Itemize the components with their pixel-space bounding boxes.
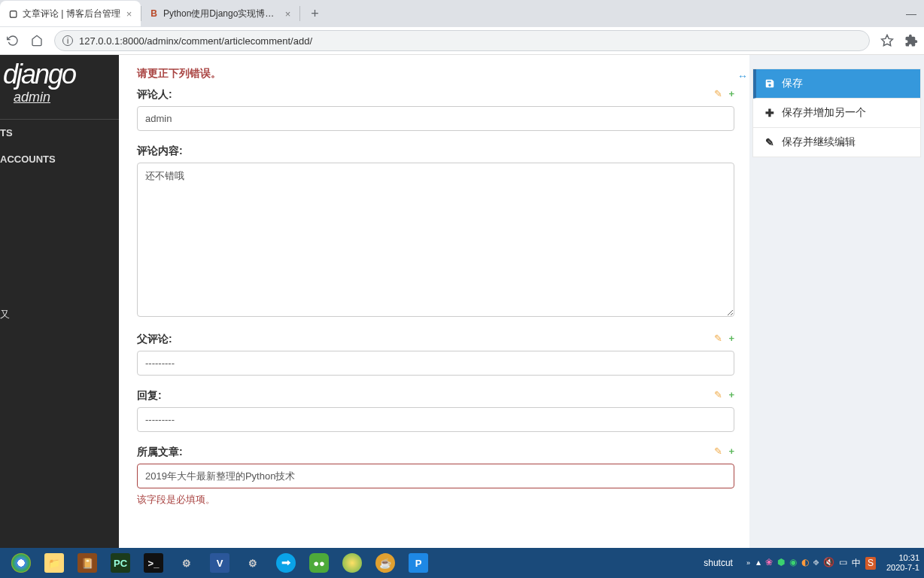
sidebar-item-ts[interactable]: TS [0,120,119,146]
tab-active[interactable]: ▢ 文章评论 | 博客后台管理 × [0,1,141,26]
field-article: 所属文章: ✎ + 该字段是必填项。 [137,446,734,507]
minimize-icon[interactable]: — [906,8,916,20]
extensions-icon[interactable] [904,34,918,47]
plus-icon[interactable]: + [728,446,734,457]
plus-icon[interactable]: + [728,389,734,400]
clock-date: 2020-7-1 [886,563,919,573]
new-tab-button[interactable]: + [305,4,324,23]
logo-subtitle: admin [0,90,119,120]
reply-select[interactable] [137,407,734,432]
field-actions: ✎ + [714,333,734,344]
clock[interactable]: 10:31 2020-7-1 [882,553,919,573]
task-chrome[interactable] [5,548,38,578]
task-app1[interactable]: ⮕ [269,548,302,578]
error-banner: 请更正下列错误。 [137,67,734,81]
field-commenter: 评论人: ✎ + [137,88,734,131]
favorite-icon[interactable] [880,34,894,47]
field-label: 评论内容: [137,144,734,158]
tray-icons[interactable]: ▴ ❀ ⬢ ◉ ◐ ⎆ 🔇 ▭ 中 S [756,557,876,570]
field-reply: 回复: ✎ + [137,389,734,432]
system-tray: shutcut » ▴ ❀ ⬢ ◉ ◐ ⎆ 🔇 ▭ 中 S 10:31 2020… [704,553,919,573]
pencil-icon[interactable]: ✎ [714,88,722,99]
tray-icon[interactable]: ⬢ [777,557,785,570]
task-wechat[interactable]: ●● [302,548,336,578]
tray-icon[interactable]: ❀ [765,557,773,570]
wifi-icon[interactable]: ⎆ [813,557,819,570]
field-content: 评论内容: 还不错哦 [137,144,734,319]
clock-time: 10:31 [886,553,919,563]
omnibox[interactable]: i 127.0.0.1:8000/adminx/comment/articlec… [54,30,870,51]
task-gear1[interactable]: ⚙ [170,548,203,578]
expand-icon[interactable]: ↔ [737,70,748,82]
field-label: 评论人: [137,88,734,102]
action-list: 保存 ✚ 保存并增加另一个 ✎ 保存并继续编辑 [752,68,921,157]
field-actions: ✎ + [714,88,734,99]
field-parent: 父评论: ✎ + [137,333,734,376]
actions-panel: ↔ 保存 ✚ 保存并增加另一个 ✎ 保存并继续编辑 [749,55,924,549]
close-icon[interactable]: × [284,8,293,20]
tray-icon[interactable]: ◐ [801,557,809,570]
task-browser2[interactable] [336,548,369,578]
field-label: 所属文章: [137,446,734,459]
save-continue-button[interactable]: ✎ 保存并继续编辑 [753,128,920,157]
action-label: 保存并继续编辑 [782,135,856,149]
tray-icon[interactable]: ◉ [789,557,797,570]
field-error: 该字段是必填项。 [137,493,734,507]
task-gear2[interactable]: ⚙ [236,548,269,578]
pencil-icon[interactable]: ✎ [714,389,722,400]
address-bar: i 127.0.0.1:8000/adminx/comment/articlec… [0,27,924,54]
content-textarea[interactable]: 还不错哦 [137,163,734,317]
task-notes[interactable]: 📔 [71,548,104,578]
tab-title: 文章评论 | 博客后台管理 [23,8,120,20]
plus-icon[interactable]: + [728,88,734,99]
tab-title: Python使用Django实现博客系统 [163,8,279,20]
browser-chrome: ▢ 文章评论 | 博客后台管理 × B Python使用Django实现博客系统… [0,0,924,55]
plus-icon[interactable]: + [728,333,734,344]
save-icon [764,78,776,90]
battery-icon[interactable]: ▭ [839,557,847,570]
pencil-icon[interactable]: ✎ [714,333,722,344]
ime-s-icon[interactable]: S [865,557,876,570]
tab-inactive[interactable]: B Python使用Django实现博客系统 × [141,1,299,26]
favicon: ▢ [8,8,18,19]
plus-icon: ✚ [764,107,776,119]
svg-marker-0 [882,35,893,46]
task-pycharm[interactable]: PC [104,548,137,578]
action-label: 保存 [782,77,803,90]
form-panel: 请更正下列错误。 评论人: ✎ + 评论内容: 还不错哦 父评论: ✎ + 回复… [119,55,749,549]
tab-separator [299,6,300,21]
info-icon[interactable]: i [62,35,73,46]
page: django admin TS ACCOUNTS 又 请更正下列错误。 评论人:… [0,55,924,549]
parent-select[interactable] [137,351,734,376]
taskbar: 📁 📔 PC >_ ⚙ V ⚙ ⮕ ●● ☕ P shutcut » ▴ ❀ ⬢… [0,548,924,578]
task-player[interactable]: P [402,548,435,578]
article-select[interactable] [137,464,734,488]
tray-shutcut[interactable]: shutcut [704,558,733,568]
tab-bar: ▢ 文章评论 | 博客后台管理 × B Python使用Django实现博客系统… [0,0,924,27]
save-add-button[interactable]: ✚ 保存并增加另一个 [753,99,920,128]
volume-icon[interactable]: 🔇 [823,557,834,570]
task-explorer[interactable]: 📁 [38,548,71,578]
sidebar: django admin TS ACCOUNTS 又 [0,55,119,549]
pencil-icon[interactable]: ✎ [714,446,722,457]
tray-icon[interactable]: ▴ [756,557,761,570]
commenter-input[interactable] [137,106,734,131]
task-terminal[interactable]: >_ [137,548,170,578]
task-visio[interactable]: V [203,548,236,578]
window-controls: — [906,8,924,20]
reload-icon[interactable] [6,34,20,47]
field-actions: ✎ + [714,446,734,457]
sidebar-item-accounts[interactable]: ACCOUNTS [0,146,119,172]
field-actions: ✎ + [714,389,734,400]
tray-more-icon[interactable]: » [746,559,750,567]
ime-icon[interactable]: 中 [852,557,861,570]
logo: django [0,61,119,90]
sidebar-item-misc[interactable]: 又 [0,300,119,329]
pencil-icon: ✎ [764,136,776,148]
close-icon[interactable]: × [125,8,134,20]
home-icon[interactable] [30,34,44,47]
save-button[interactable]: 保存 [753,69,920,99]
task-app2[interactable]: ☕ [369,548,402,578]
field-label: 父评论: [137,333,734,346]
favicon: B [149,8,159,19]
